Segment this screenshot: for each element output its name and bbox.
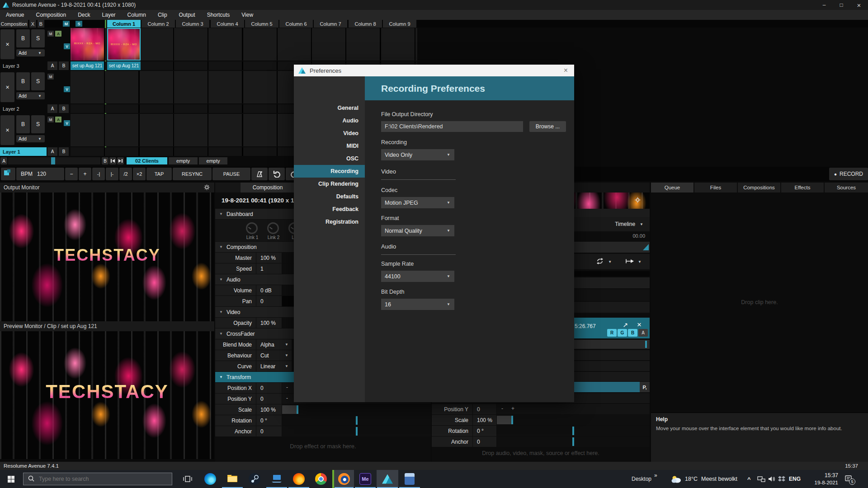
gear-icon[interactable] xyxy=(204,184,210,192)
nav-feedback[interactable]: Feedback xyxy=(294,203,365,216)
dialog-close-icon[interactable]: × xyxy=(564,66,570,75)
menu-output[interactable]: Output xyxy=(173,12,201,18)
recording-dropdown[interactable]: Video Only ▼ xyxy=(381,149,454,160)
crossfader-slider[interactable] xyxy=(8,157,100,164)
layer2-v-button[interactable]: V xyxy=(64,86,70,92)
curve-dropdown[interactable]: Linear▼ xyxy=(256,361,292,371)
layer1-m-button[interactable]: M xyxy=(47,117,54,122)
layer1-a-button[interactable]: A xyxy=(55,117,61,122)
decrement-button[interactable]: - xyxy=(286,384,288,390)
layer1-name[interactable]: Layer 1 xyxy=(0,147,47,156)
tab-compositions[interactable]: Compositions xyxy=(738,183,780,192)
chevron-down-icon[interactable]: ▼ xyxy=(638,260,642,264)
crossfader-handle[interactable] xyxy=(51,157,55,164)
clip-anchor-value[interactable]: 0 xyxy=(473,436,496,447)
layer2-deck-b-cell[interactable]: B xyxy=(59,104,69,113)
metronome-button[interactable] xyxy=(251,168,268,180)
prev-deck-button[interactable] xyxy=(109,157,116,164)
clip-position-y-value[interactable]: 0 xyxy=(473,404,496,414)
master-value[interactable]: 100 % xyxy=(256,253,282,263)
menu-avenue[interactable]: Avenue xyxy=(0,12,30,18)
nav-registration[interactable]: Registration xyxy=(294,216,365,228)
tab-effects[interactable]: Effects xyxy=(781,183,824,192)
track-marker[interactable] xyxy=(643,244,649,250)
effect-drop-zone[interactable]: Drop effect or mask here. xyxy=(215,443,431,450)
taskbar-app-blender[interactable] xyxy=(332,470,354,488)
nav-midi[interactable]: MIDI xyxy=(294,140,365,152)
layer3-clip-a-label[interactable]: set up Aug 121 xyxy=(71,61,104,70)
nav-osc[interactable]: OSC xyxy=(294,152,365,165)
menu-shortcuts[interactable]: Shortcuts xyxy=(201,12,236,18)
chevron-down-icon[interactable]: ▼ xyxy=(608,260,612,264)
behaviour-dropdown[interactable]: Cut▼ xyxy=(256,350,292,361)
nudge-down-button[interactable]: -| xyxy=(92,168,105,180)
layer2-deck-a-cell[interactable]: A xyxy=(47,104,57,113)
start-button[interactable] xyxy=(0,470,22,488)
layer3-clear-button[interactable]: × xyxy=(0,29,14,59)
layer2-solo-button[interactable]: S xyxy=(31,72,45,90)
column-9-header[interactable]: Column 9 xyxy=(383,20,416,28)
tap-button[interactable]: TAP xyxy=(146,168,172,180)
taskbar-app-media-encoder[interactable]: Me xyxy=(354,470,376,488)
bpm-display[interactable]: BPM 120 xyxy=(16,168,64,180)
clip-scale-value[interactable]: 100 % xyxy=(473,415,496,425)
language-indicator[interactable]: ENG xyxy=(789,476,801,482)
clip-rotation-slider[interactable] xyxy=(497,426,650,436)
taskbar-app-explorer[interactable] xyxy=(222,470,243,488)
clip-drop-zone[interactable]: Drop audio, video, mask, source or effec… xyxy=(432,450,650,456)
layer3-deck-b-cell[interactable]: B xyxy=(59,61,69,70)
position-x-value[interactable]: 0 xyxy=(256,383,282,393)
nav-general[interactable]: General xyxy=(294,102,365,114)
composition-header-cell[interactable]: Composition xyxy=(0,20,28,28)
layer3-m-button[interactable]: M xyxy=(47,31,54,37)
volume-value[interactable]: 0 dB xyxy=(256,285,282,296)
anchor-value[interactable]: 0 xyxy=(256,426,282,436)
channel-a-button[interactable]: A xyxy=(638,329,648,337)
column-1-header[interactable]: Column 1 xyxy=(107,20,141,28)
decrement-button[interactable]: - xyxy=(501,405,503,412)
column-4-header[interactable]: Column 4 xyxy=(211,20,244,28)
composition-x-button[interactable]: X xyxy=(29,20,36,28)
p-button[interactable]: P, xyxy=(640,382,650,392)
search-input[interactable] xyxy=(38,475,156,483)
layer3-a-button[interactable]: A xyxy=(55,31,61,37)
bit-depth-dropdown[interactable]: 16 ▼ xyxy=(381,299,454,310)
layer3-deck-a-cell[interactable]: A xyxy=(47,61,57,70)
gear-icon[interactable] xyxy=(635,197,641,204)
speed-value[interactable]: 1 xyxy=(256,263,282,274)
format-dropdown[interactable]: Normal Quality ▼ xyxy=(381,225,454,236)
clip-scale-slider[interactable] xyxy=(497,415,650,425)
column-7-header[interactable]: Column 7 xyxy=(314,20,347,28)
composition-b-button[interactable]: B xyxy=(38,20,44,28)
rotation-slider[interactable] xyxy=(282,415,431,426)
column-5-header[interactable]: Column 5 xyxy=(245,20,278,28)
menu-composition[interactable]: Composition xyxy=(30,12,72,18)
layer3-add-dropdown[interactable]: Add▼ xyxy=(16,49,45,56)
channel-g-button[interactable]: G xyxy=(618,329,627,337)
link1-knob[interactable] xyxy=(246,222,258,234)
bpm-plus-button[interactable]: + xyxy=(79,168,91,180)
sample-rate-dropdown[interactable]: 44100 ▼ xyxy=(381,271,454,282)
decrement-button[interactable]: - xyxy=(286,395,288,401)
layer1-solo-button[interactable]: S xyxy=(31,115,45,133)
undo-button[interactable] xyxy=(269,168,285,180)
layer2-clear-button[interactable]: × xyxy=(0,72,14,102)
clip-rotation-value[interactable]: 0 ° xyxy=(473,426,496,436)
layer1-deck-b-cell[interactable]: B xyxy=(59,147,69,156)
composition-grid-button[interactable] xyxy=(1,168,15,180)
tab-queue[interactable]: Queue xyxy=(651,183,693,192)
next-deck-button[interactable] xyxy=(117,157,124,164)
play-direction-icon[interactable] xyxy=(625,258,634,265)
codec-dropdown[interactable]: Motion JPEG ▼ xyxy=(381,197,454,208)
layer1-bypass-button[interactable]: B xyxy=(16,115,30,133)
layer3-clip-1-thumbnail[interactable]: RIXXX - RZA - MO xyxy=(107,28,141,61)
pause-button[interactable]: PAUSE xyxy=(212,168,250,180)
task-view-button[interactable] xyxy=(177,470,198,488)
increment-button[interactable]: + xyxy=(511,405,514,412)
deck-tab-empty-2[interactable]: empty xyxy=(199,157,227,164)
column-8-header[interactable]: Column 8 xyxy=(349,20,382,28)
bpm-half-button[interactable]: /2 xyxy=(119,168,132,180)
tab-files[interactable]: Files xyxy=(694,183,737,192)
master-m-button[interactable]: M xyxy=(63,21,70,27)
taskbar-app-firefox-dev[interactable] xyxy=(199,470,221,488)
